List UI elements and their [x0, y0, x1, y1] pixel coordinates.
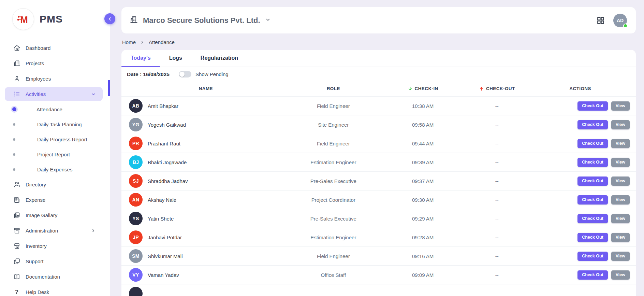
table-row: SMShivkumar MaliField Engineer09:16 AM--…: [121, 246, 636, 265]
sidebar-subitem-label: Daily Progress Report: [37, 137, 87, 142]
table-row: ABAmit BhapkarField Engineer10:38 AM--Ch…: [121, 96, 636, 115]
attendance-card: Today's Logs Regularization Date : 16/08…: [121, 50, 636, 296]
employee-role: Estimation Engineer: [290, 159, 377, 165]
show-pending-toggle[interactable]: [179, 71, 191, 77]
dot-icon: [13, 123, 15, 126]
sidebar-item-projects[interactable]: Projects: [0, 56, 110, 71]
tab-logs[interactable]: Logs: [160, 50, 191, 67]
table-row: [121, 284, 636, 296]
check-in-time: 09:29 AM: [377, 216, 469, 222]
view-button[interactable]: View: [611, 270, 630, 280]
sidebar-item-support[interactable]: Support: [0, 254, 110, 269]
sidebar-item-administration[interactable]: Administration: [0, 223, 110, 238]
person-icon: [13, 75, 20, 83]
column-header-actions: ACTIONS: [525, 86, 636, 91]
check-out-button[interactable]: Check Out: [577, 177, 608, 186]
check-in-time: 09:44 AM: [377, 141, 469, 146]
view-button[interactable]: View: [611, 139, 630, 148]
sidebar-item-dashboard[interactable]: Dashboard: [0, 40, 110, 56]
sidebar-item-help-desk[interactable]: ? Help Desk: [0, 284, 110, 296]
check-in-time: 09:37 AM: [377, 178, 469, 184]
check-out-button[interactable]: Check Out: [577, 233, 608, 242]
image-icon: [13, 212, 20, 219]
sidebar-item-label: Expense: [26, 197, 45, 203]
sidebar-subitem-attendance[interactable]: Attendance: [0, 102, 110, 117]
view-button[interactable]: View: [611, 177, 630, 186]
employee-role: Estimation Engineer: [290, 235, 377, 240]
sidebar-item-inventory[interactable]: Inventory: [0, 238, 110, 254]
sidebar-item-employees[interactable]: Employees: [0, 71, 110, 86]
view-button[interactable]: View: [611, 101, 630, 111]
column-header-label: CHECK-OUT: [486, 86, 515, 91]
tab-regularization[interactable]: Regularization: [191, 50, 247, 67]
sidebar-item-label: Projects: [26, 60, 44, 66]
check-out-time: --: [469, 159, 525, 165]
actions-cell: Check OutView: [525, 177, 636, 186]
sidebar-subitem-daily-expenses[interactable]: Daily Expenses: [0, 162, 110, 177]
tab-todays[interactable]: Today's: [121, 50, 160, 67]
table-row: JPJanhavi PotdarEstimation Engineer09:28…: [121, 228, 636, 246]
avatar: VY: [129, 268, 143, 282]
toggle-knob: [179, 72, 185, 77]
employee-role: Office Staff: [290, 272, 377, 278]
check-out-button[interactable]: Check Out: [577, 158, 608, 167]
view-button[interactable]: View: [611, 158, 630, 167]
breadcrumb: Home Attendance: [121, 33, 636, 50]
sidebar-item-expense[interactable]: Expense: [0, 192, 110, 208]
chevron-down-icon: [265, 17, 271, 24]
sidebar-subitem-daily-progress-report[interactable]: Daily Progress Report: [0, 132, 110, 147]
check-out-button[interactable]: Check Out: [577, 101, 608, 111]
employee-role: Field Engineer: [290, 103, 377, 109]
sidebar-item-activities[interactable]: Activities: [5, 87, 103, 101]
check-out-button[interactable]: Check Out: [577, 270, 608, 280]
sidebar-item-label: Directory: [26, 182, 46, 187]
check-in-time: 10:38 AM: [377, 103, 469, 109]
check-out-button[interactable]: Check Out: [577, 120, 608, 129]
check-out-time: --: [469, 197, 525, 203]
view-button[interactable]: View: [611, 233, 630, 242]
check-out-button[interactable]: Check Out: [577, 195, 608, 205]
chevron-down-icon: [91, 92, 96, 97]
check-out-button[interactable]: Check Out: [577, 252, 608, 261]
sidebar-subitem-label: Attendance: [36, 107, 62, 112]
avatar: SM: [129, 249, 143, 263]
table-header-row: NAME ROLE CHECK-IN CHECK-OUT ACTIONS: [121, 81, 636, 96]
sidebar-subitem-label: Daily Task Planning: [37, 122, 82, 127]
table-body: ABAmit BhapkarField Engineer10:38 AM--Ch…: [121, 96, 636, 296]
sidebar-nav: Dashboard Projects Employees Activities: [0, 40, 110, 296]
breadcrumb-home[interactable]: Home: [122, 39, 136, 45]
check-out-time: --: [469, 122, 525, 128]
column-header-check-out[interactable]: CHECK-OUT: [469, 86, 525, 91]
actions-cell: Check OutView: [525, 195, 636, 205]
apps-grid-icon[interactable]: [596, 16, 605, 25]
table-row: VYVaman YadavOffice Staff09:09 AM--Check…: [121, 265, 636, 284]
home-icon: [13, 44, 20, 52]
employee-name: Yogesh Gaikwad: [148, 122, 186, 128]
sidebar-item-image-gallary[interactable]: Image Gallary: [0, 208, 110, 223]
sidebar-collapse-button[interactable]: [104, 13, 115, 24]
view-button[interactable]: View: [611, 120, 630, 129]
column-header-check-in[interactable]: CHECK-IN: [377, 86, 469, 91]
date-label: Date : 16/08/2025: [127, 71, 170, 77]
view-button[interactable]: View: [611, 252, 630, 261]
view-button[interactable]: View: [611, 195, 630, 205]
arrow-down-icon: [408, 86, 413, 91]
sidebar-subitem-project-report[interactable]: Project Report: [0, 147, 110, 162]
actions-cell: Check OutView: [525, 101, 636, 111]
company-selector[interactable]: Marco Secure Solutions Pvt. Ltd.: [130, 15, 271, 25]
sidebar-subitem-daily-task-planning[interactable]: Daily Task Planning: [0, 117, 110, 132]
table-row: YSYatin ShetePre-Sales Executive09:29 AM…: [121, 209, 636, 228]
list-icon: [13, 90, 20, 98]
user-avatar[interactable]: AD: [613, 14, 627, 27]
sidebar-item-directory[interactable]: Directory: [0, 177, 110, 192]
view-button[interactable]: View: [611, 214, 630, 223]
column-header-label: CHECK-IN: [415, 86, 438, 91]
check-out-button[interactable]: Check Out: [577, 139, 608, 148]
employee-name: Bhakti Jogawade: [148, 159, 187, 165]
employee-name: Shivkumar Mali: [148, 253, 183, 259]
sidebar-item-documentation[interactable]: Documentation: [0, 269, 110, 284]
check-out-button[interactable]: Check Out: [577, 214, 608, 223]
company-name: Marco Secure Solutions Pvt. Ltd.: [143, 16, 260, 25]
actions-cell: Check OutView: [525, 120, 636, 129]
sidebar-item-label: Documentation: [26, 274, 60, 280]
